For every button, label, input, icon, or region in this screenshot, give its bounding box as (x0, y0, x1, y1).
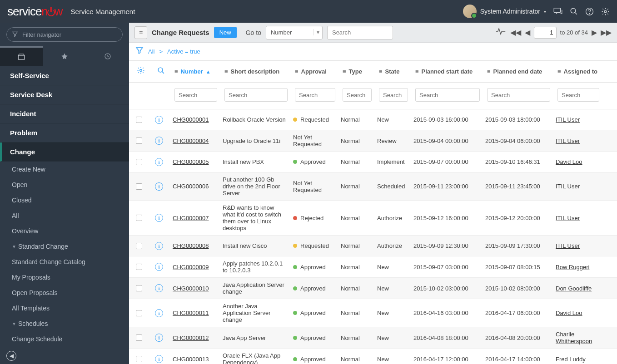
goto-search-input[interactable] (327, 26, 393, 39)
nav-item-overview[interactable]: Overview (0, 223, 129, 239)
cell-assigned-to[interactable]: Don Goodliffe (556, 285, 592, 292)
cell-assigned-to[interactable]: Fred Luddy (556, 356, 586, 363)
filter-planned-start[interactable] (415, 88, 480, 102)
filter-number[interactable] (174, 88, 217, 102)
cell-assigned-to[interactable]: David Loo (556, 310, 582, 316)
filter-type[interactable] (343, 88, 372, 102)
info-icon[interactable]: i (155, 214, 163, 222)
table-row[interactable]: iCHG0000007R&D wants to know what it'd c… (129, 201, 617, 236)
row-checkbox[interactable] (136, 243, 142, 249)
breadcrumb-all[interactable]: All (148, 48, 154, 55)
info-icon[interactable]: i (155, 242, 163, 250)
cell-number[interactable]: CHG0000007 (173, 215, 209, 221)
next-page-icon[interactable]: ▶ (592, 28, 597, 37)
row-checkbox[interactable] (136, 310, 142, 316)
cell-assigned-to[interactable]: Bow Ruggeri (556, 264, 589, 271)
nav-item-create-new[interactable]: Create New (0, 162, 129, 177)
cell-assigned-to[interactable]: Charlie Whitherspoon (556, 331, 592, 344)
col-assigned-to[interactable]: ≡Assigned to (557, 68, 599, 75)
table-row[interactable]: iCHG0000006Put another 100 Gb drive on t… (129, 172, 617, 201)
search-icon[interactable] (570, 7, 578, 15)
filter-planned-end[interactable] (487, 88, 550, 102)
cell-number[interactable]: CHG0000013 (173, 356, 209, 363)
nav-item-all[interactable]: All (0, 208, 129, 223)
user-menu[interactable]: System Administrator ▾ (463, 5, 546, 18)
nav-tab-history[interactable] (86, 46, 129, 66)
table-row[interactable]: iCHG0000010Java Application Server chang… (129, 278, 617, 299)
nav-item-closed[interactable]: Closed (0, 192, 129, 208)
new-button[interactable]: New (214, 27, 237, 38)
table-row[interactable]: iCHG0000001Rollback Oracle VersionReques… (129, 109, 617, 130)
filter-approval[interactable] (295, 88, 335, 102)
info-icon[interactable]: i (155, 116, 163, 124)
filter-assigned-to[interactable] (557, 88, 599, 102)
row-checkbox[interactable] (136, 183, 142, 190)
filter-short-description[interactable] (224, 88, 288, 102)
row-checkbox[interactable] (136, 215, 142, 221)
col-short-description[interactable]: ≡Short description (224, 68, 288, 75)
col-planned-start[interactable]: ≡Planned start date (415, 68, 480, 75)
nav-item-my-proposals[interactable]: My Proposals (0, 270, 129, 285)
nav-section-change[interactable]: Change (0, 143, 129, 162)
info-icon[interactable]: i (155, 334, 163, 342)
page-input[interactable] (534, 27, 557, 39)
cell-assigned-to[interactable]: ITIL User (556, 138, 580, 144)
table-row[interactable]: iCHG0000012Java App ServerApprovedNormal… (129, 327, 617, 349)
table-row[interactable]: iCHG0000011Another Java Application Serv… (129, 299, 617, 327)
nav-section-self-service[interactable]: Self-Service (0, 66, 129, 85)
info-icon[interactable]: i (155, 355, 163, 363)
row-checkbox[interactable] (136, 117, 142, 123)
nav-item-all-templates[interactable]: All Templates (0, 300, 129, 316)
row-checkbox[interactable] (136, 159, 142, 165)
nav-item-change-schedule[interactable]: Change Schedule (0, 331, 129, 347)
cell-assigned-to[interactable]: ITIL User (556, 215, 580, 221)
nav-section-problem[interactable]: Problem (0, 123, 129, 143)
help-icon[interactable] (585, 7, 594, 16)
goto-field-select[interactable]: Number (266, 26, 323, 39)
breadcrumb-filter[interactable]: Active = true (167, 48, 200, 55)
prev-page-icon[interactable]: ◀ (525, 28, 530, 37)
cell-number[interactable]: CHG0000008 (173, 242, 209, 249)
nav-section-service-desk[interactable]: Service Desk (0, 85, 129, 104)
info-icon[interactable]: i (155, 284, 163, 292)
cell-number[interactable]: CHG0000005 (173, 158, 209, 165)
nav-tab-favorites[interactable] (43, 46, 86, 66)
nav-group-standard-change[interactable]: ▼Standard Change (0, 239, 129, 254)
info-icon[interactable]: i (155, 158, 163, 166)
cell-number[interactable]: CHG0000011 (173, 310, 209, 316)
first-page-icon[interactable]: ◀◀ (510, 28, 521, 37)
list-menu-button[interactable]: ≡ (134, 26, 147, 39)
col-type[interactable]: ≡Type (343, 68, 372, 75)
nav-section-incident[interactable]: Incident (0, 104, 129, 123)
info-icon[interactable]: i (155, 263, 163, 271)
cell-assigned-to[interactable]: ITIL User (556, 116, 580, 123)
cell-number[interactable]: CHG0000009 (173, 264, 209, 271)
nav-filter-input[interactable] (6, 27, 123, 42)
table-row[interactable]: iCHG0000013Oracle FLX (Java App Dependen… (129, 349, 617, 364)
cell-number[interactable]: CHG0000012 (173, 334, 209, 341)
info-icon[interactable]: i (155, 182, 163, 191)
cell-number[interactable]: CHG0000001 (173, 116, 209, 123)
row-checkbox[interactable] (136, 356, 142, 362)
table-row[interactable]: iCHG0000005Install new PBXApprovedNormal… (129, 152, 617, 172)
activity-icon[interactable] (496, 27, 506, 38)
table-row[interactable]: iCHG0000008Install new CiscoRequestedNor… (129, 236, 617, 256)
table-row[interactable]: iCHG0000004Upgrade to Oracle 11iNot Yet … (129, 130, 617, 152)
info-icon[interactable]: i (155, 137, 163, 145)
cell-number[interactable]: CHG0000006 (173, 183, 209, 190)
cell-assigned-to[interactable]: ITIL User (556, 242, 580, 249)
table-row[interactable]: iCHG0000009Apply patches 10.2.0.1 to 10.… (129, 256, 617, 278)
cell-assigned-to[interactable]: ITIL User (556, 183, 580, 190)
row-checkbox[interactable] (136, 285, 142, 291)
collapse-nav-icon[interactable]: ◀ (6, 351, 16, 361)
col-number[interactable]: ≡Number▲ (174, 68, 217, 75)
nav-group-schedules[interactable]: ▼Schedules (0, 316, 129, 331)
cell-assigned-to[interactable]: David Loo (556, 158, 582, 165)
header-search-icon[interactable] (157, 67, 165, 77)
cell-number[interactable]: CHG0000010 (173, 285, 209, 292)
last-page-icon[interactable]: ▶▶ (601, 28, 612, 37)
cell-number[interactable]: CHG0000004 (173, 138, 209, 144)
nav-tab-all[interactable] (0, 46, 43, 66)
col-approval[interactable]: ≡Approval (295, 68, 335, 75)
col-planned-end[interactable]: ≡Planned end date (487, 68, 550, 75)
